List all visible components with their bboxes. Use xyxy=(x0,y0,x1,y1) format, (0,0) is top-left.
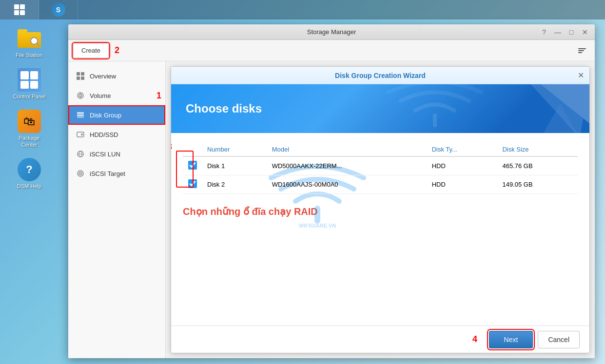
svg-point-16 xyxy=(80,173,81,174)
disk2-type: HDD xyxy=(427,175,498,194)
wizard-title: Disk Group Creation Wizard xyxy=(335,72,426,79)
wifi-decoration xyxy=(367,84,503,133)
volume-label: Volume xyxy=(90,92,111,99)
disk1-type: HDD xyxy=(427,156,498,175)
col-checkbox xyxy=(183,143,202,156)
svg-rect-7 xyxy=(77,112,84,114)
desktop-icons: File Station Control Panel 🛍 PackageCent… xyxy=(10,27,49,190)
hdd-ssd-label: HDD/SSD xyxy=(90,131,118,138)
overview-label: Overview xyxy=(90,73,116,80)
main-content: Disk Group Creation Wizard ✕ Choose disk… xyxy=(166,61,595,358)
wizard-close-button[interactable]: ✕ xyxy=(576,71,585,80)
create-button[interactable]: Create xyxy=(73,43,109,58)
taskbar: S xyxy=(0,0,605,19)
window-titlebar: Storage Manager ? — □ ✕ xyxy=(68,24,595,40)
sidebar-item-hdd-ssd[interactable]: HDD/SSD xyxy=(68,125,165,144)
file-station-label: File Station xyxy=(16,52,42,58)
annotation-text: Chọn những ổ đĩa chạy RAID xyxy=(183,206,578,217)
svg-point-11 xyxy=(81,134,83,135)
toolbar-sort[interactable] xyxy=(578,45,590,57)
next-button[interactable]: Next xyxy=(489,331,533,348)
wizard-banner-title: Choose disks xyxy=(186,102,262,115)
disk-group-label: Disk Group xyxy=(90,112,121,119)
window-controls: ? — □ ✕ xyxy=(538,24,591,39)
wizard-dialog: Disk Group Creation Wizard ✕ Choose disk… xyxy=(171,66,590,353)
iscsi-target-icon xyxy=(76,169,85,178)
taskbar-btn-grid[interactable] xyxy=(0,0,39,19)
window-body: Overview Volume 1 Disk Group HDD/SSD xyxy=(68,61,595,358)
disk2-checkbox-cell xyxy=(183,175,202,194)
sidebar-item-overview[interactable]: Overview xyxy=(68,66,165,86)
step4-label: 4 xyxy=(472,334,477,345)
desktop-icon-control-panel[interactable]: Control Panel xyxy=(10,68,49,100)
disk2-size: 149.05 GB xyxy=(497,175,578,194)
disk1-checkbox-cell xyxy=(183,156,202,175)
step1-label: 1 xyxy=(156,91,161,101)
iscsi-target-label: iSCSI Target xyxy=(90,170,125,177)
package-center-icon: 🛍 xyxy=(18,110,41,133)
desktop-icon-package-center[interactable]: 🛍 PackageCenter xyxy=(10,110,49,148)
disk1-checkbox[interactable] xyxy=(188,161,197,170)
iscsi-lun-label: iSCSI LUN xyxy=(90,151,120,158)
overview-icon xyxy=(76,72,85,80)
taskbar-btn-app[interactable]: S xyxy=(39,0,78,19)
sidebar-item-volume[interactable]: Volume 1 xyxy=(68,86,165,105)
file-station-icon xyxy=(18,27,41,50)
window-maximize-button[interactable]: □ xyxy=(566,26,577,38)
svg-rect-2 xyxy=(77,77,80,80)
table-row: Disk 1 WD5000AAKX-22ERM... HDD 465.76 GB xyxy=(183,156,578,175)
wizard-body: WIFIGIARE.VN Number Mode xyxy=(171,133,589,326)
window-close-button[interactable]: ✕ xyxy=(579,26,591,38)
cancel-button[interactable]: Cancel xyxy=(538,331,580,348)
dsm-help-icon: ? xyxy=(18,158,41,181)
storage-manager-window: Storage Manager ? — □ ✕ Create 2 Overvie… xyxy=(68,24,595,358)
app-icon: S xyxy=(52,3,65,17)
disk1-size: 465.76 GB xyxy=(497,156,578,175)
window-title: Storage Manager xyxy=(307,28,356,36)
col-disksize: Disk Size xyxy=(497,143,578,156)
iscsi-lun-icon xyxy=(76,150,85,158)
disk2-checkbox[interactable] xyxy=(188,179,197,188)
grid-icon xyxy=(14,4,25,15)
step2-label: 2 xyxy=(115,45,119,56)
hdd-icon xyxy=(76,130,85,139)
package-center-label: PackageCenter xyxy=(19,135,40,148)
table-row: Disk 2 WD1600AAJS-00M0A0 HDD 149.05 GB xyxy=(183,175,578,194)
window-minimize-button[interactable]: — xyxy=(552,26,564,38)
disk2-model: WD1600AAJS-00M0A0 xyxy=(267,175,427,194)
window-help-button[interactable]: ? xyxy=(538,26,550,38)
desktop-icon-file-station[interactable]: File Station xyxy=(10,27,49,58)
wizard-footer: 4 Next Cancel xyxy=(171,326,589,353)
sidebar-item-disk-group[interactable]: Disk Group xyxy=(68,105,165,125)
svg-rect-8 xyxy=(77,115,84,116)
wizard-banner: Choose disks xyxy=(171,84,589,133)
desktop-icon-dsm-help[interactable]: ? DSM Help xyxy=(10,158,49,190)
sort-icon xyxy=(578,45,590,57)
control-panel-label: Control Panel xyxy=(13,94,46,100)
disk1-number: Disk 1 xyxy=(202,156,267,175)
table-container: Number Model Disk Ty... Disk Size xyxy=(183,143,578,194)
sidebar-item-iscsi-target[interactable]: iSCSI Target xyxy=(68,164,165,183)
control-panel-icon xyxy=(18,68,41,92)
disk2-number: Disk 2 xyxy=(202,175,267,194)
disk1-model: WD5000AAKX-22ERM... xyxy=(267,156,427,175)
window-toolbar: Create 2 xyxy=(68,40,595,61)
col-model: Model xyxy=(267,143,427,156)
dsm-help-label: DSM Help xyxy=(17,183,41,190)
svg-rect-9 xyxy=(77,117,84,118)
svg-rect-0 xyxy=(77,72,80,76)
svg-rect-1 xyxy=(81,72,84,76)
svg-rect-3 xyxy=(81,77,84,80)
disk-table: Number Model Disk Ty... Disk Size xyxy=(183,143,578,194)
sidebar: Overview Volume 1 Disk Group HDD/SSD xyxy=(68,61,166,358)
col-disktype: Disk Ty... xyxy=(427,143,498,156)
diskgroup-icon xyxy=(76,111,85,119)
wizard-header: Disk Group Creation Wizard ✕ xyxy=(171,67,589,84)
volume-icon xyxy=(76,91,85,100)
col-number: Number xyxy=(202,143,267,156)
sidebar-item-iscsi-lun[interactable]: iSCSI LUN xyxy=(68,144,165,164)
step3-label: 3 xyxy=(171,142,172,152)
